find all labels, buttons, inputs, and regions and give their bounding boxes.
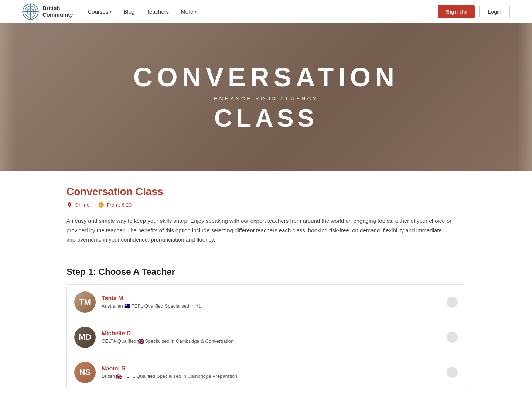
- brand-name: British Community: [42, 5, 73, 18]
- teacher-name-michelle: Michelle D: [102, 330, 441, 337]
- teacher-info-michelle: Michelle D CELTA Qualified 🇬🇧 Specialise…: [102, 330, 441, 344]
- teacher-avatar-michelle: MD: [74, 327, 96, 348]
- hero-line-left: [164, 99, 209, 99]
- svg-text:€: €: [100, 204, 102, 207]
- course-info-section: Conversation Class Online € From: € 20 A…: [59, 171, 473, 245]
- hero-title-main: CONVERSATION: [133, 64, 399, 90]
- flag-icon-tania: 🇦🇺: [124, 303, 130, 309]
- flag-icon-michelle: 🇬🇧: [137, 338, 144, 344]
- course-description: An easy and simple way to keep your skil…: [66, 216, 458, 245]
- nav-courses[interactable]: Courses ▾: [88, 8, 112, 15]
- teacher-desc-michelle: CELTA Qualified 🇬🇧 Specialised in Cambri…: [102, 338, 441, 344]
- signup-button[interactable]: Sign Up: [438, 5, 475, 18]
- teacher-name-naomi: Naomi S: [102, 365, 441, 372]
- teacher-card: NS Naomi S British 🇬🇧 TEFL Qualified Spe…: [67, 355, 465, 390]
- teacher-info-naomi: Naomi S British 🇬🇧 TEFL Qualified Specia…: [102, 365, 441, 379]
- teacher-desc-naomi: British 🇬🇧 TEFL Qualified Specialised in…: [102, 373, 441, 379]
- teacher-avatar-tania: TM: [74, 291, 96, 313]
- brand-logo-icon: [22, 3, 39, 20]
- course-meta: Online € From: € 20: [66, 202, 466, 208]
- hero-content: CONVERSATION ENHANCE YOUR FLUENCY CLASS: [0, 23, 532, 171]
- flag-icon-naomi: 🇬🇧: [116, 373, 122, 379]
- step1-title: Step 1: Choose A Teacher: [66, 267, 466, 277]
- hero-line-right: [323, 99, 368, 99]
- hero-title-sub: CLASS: [214, 105, 318, 130]
- avatar-initials-tania: TM: [74, 291, 96, 313]
- course-title: Conversation Class: [66, 186, 466, 198]
- avatar-initials-naomi: NS: [74, 362, 96, 383]
- login-button[interactable]: Login: [479, 5, 510, 18]
- nav-more[interactable]: More ▾: [181, 8, 197, 15]
- teacher-card: MD Michelle D CELTA Qualified 🇬🇧 Special…: [67, 320, 465, 355]
- nav-links: Courses ▾ Blog Teachers More ▾: [88, 8, 438, 15]
- avatar-initials-michelle: MD: [74, 327, 96, 348]
- teacher-info-tania: Tania M Australian 🇦🇺 TEFL Qualified Spe…: [102, 295, 441, 309]
- hero-subtitle: ENHANCE YOUR FLUENCY: [214, 96, 318, 102]
- select-teacher-naomi-button[interactable]: [447, 367, 458, 378]
- teacher-list: TM Tania M Australian 🇦🇺 TEFL Qualified …: [66, 284, 466, 390]
- more-chevron-icon: ▾: [195, 10, 197, 14]
- hero-subtitle-row: ENHANCE YOUR FLUENCY: [164, 96, 368, 102]
- location-pin-icon: [66, 202, 72, 208]
- nav-blog[interactable]: Blog: [123, 8, 134, 15]
- price-icon: €: [98, 202, 104, 208]
- step1-section: Step 1: Choose A Teacher TM Tania M Aust…: [59, 267, 473, 410]
- select-teacher-tania-button[interactable]: [447, 297, 458, 308]
- teacher-card: TM Tania M Australian 🇦🇺 TEFL Qualified …: [67, 285, 465, 320]
- navbar-actions: Sign Up Login: [438, 5, 510, 18]
- course-price: € From: € 20: [98, 202, 132, 208]
- navbar: British Community Courses ▾ Blog Teacher…: [0, 0, 532, 23]
- teacher-desc-tania: Australian 🇦🇺 TEFL Qualified Specialised…: [102, 303, 441, 309]
- teacher-avatar-naomi: NS: [74, 362, 96, 383]
- hero-section: CONVERSATION ENHANCE YOUR FLUENCY CLASS: [0, 23, 532, 171]
- select-teacher-michelle-button[interactable]: [447, 332, 458, 343]
- courses-chevron-icon: ▾: [110, 10, 112, 14]
- course-location: Online: [66, 202, 89, 208]
- nav-teachers[interactable]: Teachers: [146, 8, 169, 15]
- brand-logo-link[interactable]: British Community: [22, 3, 73, 20]
- teacher-name-tania: Tania M: [102, 295, 441, 302]
